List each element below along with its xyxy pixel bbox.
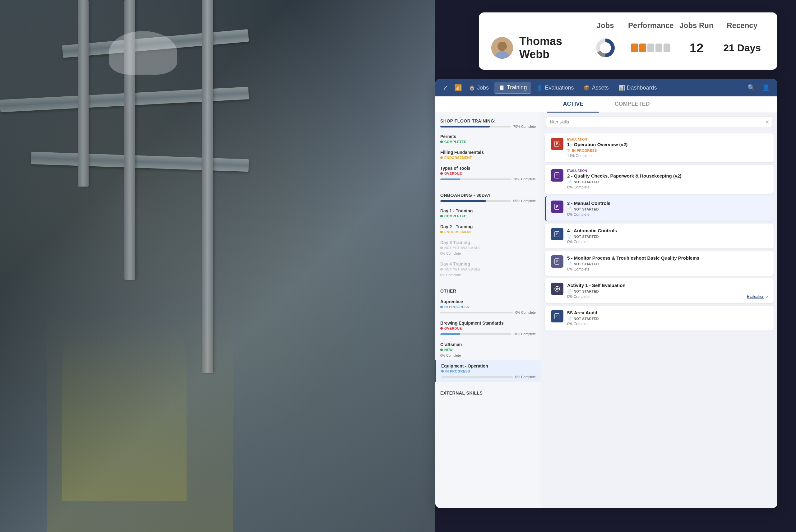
skill-card-3[interactable]: 3 - Manual Controls 📄 NOT STARTED 0% Com…: [545, 196, 774, 221]
skill-complete-5: 0% Complete: [567, 267, 769, 271]
external-link-icon-6: ↗: [765, 294, 769, 299]
svg-rect-9: [555, 173, 559, 178]
skill-file-icon-2: 📄: [567, 180, 572, 184]
skill-card-body-7: 5S Area Audit 📄 NOT STARTED 0% Complete: [567, 310, 769, 326]
dashboards-icon: 📊: [619, 85, 625, 91]
skill-card-body-6: Activity 1 - Self Evaluation 📄 NOT START…: [567, 283, 769, 299]
skill-card-1[interactable]: ✓ EVALUATION 1 - Operation Overview (v2)…: [545, 133, 774, 162]
sidebar-item-permits[interactable]: Permits COMPLETED: [435, 131, 541, 147]
skill-card-2[interactable]: EVALUATION 2 - Quality Checks, Paperwork…: [545, 165, 774, 194]
skill-title-2: 2 - Quality Checks, Paperwork & Housekee…: [567, 173, 769, 178]
expand-icon[interactable]: ⤢: [441, 83, 449, 93]
performance-bars: [628, 43, 674, 52]
jobs-run-value: 12: [674, 41, 720, 55]
sidebar: SHOP FLOOR TRAINING: 70% Complete Permit…: [435, 113, 541, 508]
sidebar-item-equipment-operation[interactable]: Equipment - Operation IN PROGRESS 0% Com…: [435, 360, 541, 382]
sidebar-item-filling-fundamentals[interactable]: Filling Fundamentals ENDORSEMENT: [435, 147, 541, 163]
sidebar-item-day3[interactable]: Day 3 Training Not Yet Available 0% Comp…: [435, 237, 541, 259]
app-window: ⤢ 📶 🏠 Jobs 📋 Training 👤 Evaluations 📦 As…: [435, 79, 777, 508]
skill-card-body-5: 5 - Monitor Process & Troubleshoot Basic…: [567, 255, 769, 271]
svg-text:✓: ✓: [558, 145, 560, 147]
sidebar-item-apprentice[interactable]: Apprentice IN PROGRESS 0% Complete: [435, 296, 541, 318]
main-content: SHOP FLOOR TRAINING: 70% Complete Permit…: [435, 113, 777, 508]
right-panel: ✕ ✓: [541, 113, 777, 508]
skill-card-4[interactable]: 4 - Automatic Controls 📄 NOT STARTED 0% …: [545, 224, 774, 248]
filter-clear-icon[interactable]: ✕: [765, 119, 769, 125]
sidebar-item-day2[interactable]: Day 2 - Training ENDORSEMENT: [435, 221, 541, 237]
skill-status-4: NOT STARTED: [574, 235, 599, 239]
jobs-run-col-label: Jobs Run: [674, 21, 720, 30]
status-dot-overdue: [440, 172, 443, 175]
nav-evaluations[interactable]: 👤 Evaluations: [532, 82, 578, 94]
nav-dashboards[interactable]: 📊 Dashboards: [614, 82, 661, 94]
nav-jobs[interactable]: 🏠 Jobs: [465, 82, 493, 94]
skill-icon-1: ✓: [551, 138, 564, 150]
skill-tag-1: EVALUATION: [567, 138, 769, 141]
filter-bar: ✕: [541, 113, 777, 131]
section-title-onboarding: Onboarding - 30day: [440, 193, 536, 198]
filter-input-wrap: ✕: [546, 117, 772, 127]
skill-card-body-1: EVALUATION 1 - Operation Overview (v2) ↻…: [567, 138, 769, 158]
skill-icon-7: [551, 310, 564, 322]
skill-card-5[interactable]: 5 - Monitor Process & Troubleshoot Basic…: [545, 251, 774, 276]
tab-bar: ACTIVE COMPLETED: [435, 96, 777, 113]
skill-icon-6: [551, 283, 564, 295]
skill-status-2: NOT STARTED: [574, 180, 599, 184]
svg-marker-26: [555, 287, 559, 290]
user-profile-icon[interactable]: 👤: [761, 83, 771, 93]
shop-floor-progress-label: 70% Complete: [513, 125, 536, 128]
sidebar-item-day4[interactable]: Day 4 Training Not Yet Available 0% Comp…: [435, 259, 541, 280]
training-icon: 📋: [499, 84, 505, 91]
nav-assets[interactable]: 📦 Assets: [579, 82, 613, 94]
skill-file-icon-7: 📄: [567, 317, 572, 321]
sidebar-item-brewing-equipment[interactable]: Brewing Equipment Standards OVERDUE 28% …: [435, 318, 541, 339]
skill-tag-2: EVALUATION: [567, 169, 769, 173]
skill-icon-3: [551, 201, 564, 213]
sidebar-section-external: External Skills: [435, 385, 541, 401]
skill-status-1: IN PROGRESS: [572, 149, 597, 152]
skill-card-body-4: 4 - Automatic Controls 📄 NOT STARTED 0% …: [567, 228, 769, 244]
recency-value: 21 Days: [719, 42, 765, 54]
skill-title-1: 1 - Operation Overview (v2): [567, 142, 769, 147]
skill-card-6[interactable]: Activity 1 - Self Evaluation 📄 NOT START…: [545, 278, 774, 303]
shop-floor-progress-bar: [440, 126, 511, 128]
sidebar-item-types-of-tools[interactable]: Types of Tools OVERDUE 28% Complete: [435, 163, 541, 184]
user-name: Thomas Webb: [519, 35, 582, 61]
skill-card-7[interactable]: 5S Area Audit 📄 NOT STARTED 0% Complete: [545, 306, 774, 330]
skill-card-body-3: 3 - Manual Controls 📄 NOT STARTED 0% Com…: [567, 201, 769, 217]
skill-file-icon-4: 📄: [567, 234, 572, 239]
content-area: Jobs Performance Jobs Run Recency Thomas…: [361, 0, 796, 532]
skill-col-label: Jobs: [582, 21, 628, 30]
tab-active[interactable]: ACTIVE: [547, 96, 599, 113]
svg-rect-13: [555, 204, 559, 210]
skill-complete-3: 0% Complete: [567, 212, 769, 217]
search-icon[interactable]: 🔍: [746, 83, 757, 93]
skill-status-3: NOT STARTED: [574, 207, 599, 211]
sidebar-section-shop-floor: SHOP FLOOR TRAINING: 70% Complete Permit…: [435, 113, 541, 187]
evaluation-link-6[interactable]: Evaluation: [747, 294, 764, 299]
skill-icon-2: [551, 169, 564, 182]
skill-icon-5: [551, 255, 564, 268]
skill-donut-chart: [582, 38, 628, 58]
skill-file-icon-3: 📄: [567, 207, 572, 211]
svg-rect-27: [555, 314, 559, 319]
sidebar-item-day1[interactable]: Day 1 - Training COMPLETED: [435, 205, 541, 221]
svg-rect-21: [555, 259, 559, 264]
filter-input[interactable]: [546, 117, 772, 127]
nav-bar: ⤢ 📶 🏠 Jobs 📋 Training 👤 Evaluations 📦 As…: [435, 79, 777, 96]
tab-completed[interactable]: COMPLETED: [599, 96, 665, 113]
skill-title-6: Activity 1 - Self Evaluation: [567, 283, 769, 288]
sidebar-section-other: Other Apprentice IN PROGRESS 0% Comp: [435, 283, 541, 385]
evaluations-icon: 👤: [537, 85, 543, 91]
skill-card-body-2: EVALUATION 2 - Quality Checks, Paperwork…: [567, 169, 769, 189]
nav-training[interactable]: 📋 Training: [494, 82, 531, 94]
performance-col-label: Performance: [628, 21, 674, 30]
section-title-other: Other: [440, 288, 536, 293]
skill-status-icon-1: ↻: [567, 148, 570, 153]
skill-title-5: 5 - Monitor Process & Troubleshoot Basic…: [567, 255, 769, 261]
sidebar-section-onboarding: Onboarding - 30day 65% Complete Day 1 - …: [435, 187, 541, 283]
skill-icon-4: [551, 228, 564, 240]
skill-complete-1: 11% Complete: [567, 154, 769, 158]
skill-complete-7: 0% Complete: [567, 322, 769, 326]
sidebar-item-craftsman[interactable]: Craftsman NEW 0% Complete: [435, 339, 541, 360]
